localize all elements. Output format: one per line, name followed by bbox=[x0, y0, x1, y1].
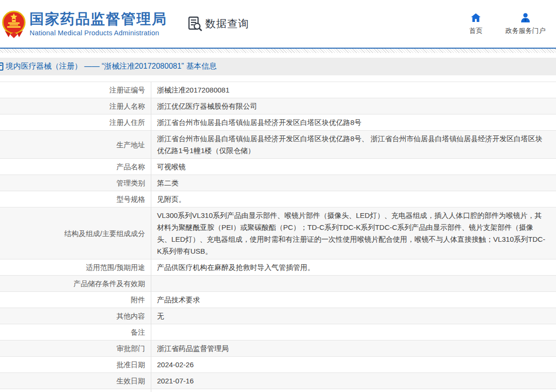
nav-item-service-portal[interactable]: 政务服务门户 bbox=[505, 13, 546, 35]
data-query-tab[interactable]: 数据查询 bbox=[188, 16, 249, 31]
row-label: 管理类别 bbox=[0, 175, 151, 191]
row-label: 型号规格 bbox=[0, 191, 151, 207]
table-row: 型号规格见附页。 bbox=[0, 191, 556, 207]
nav-home-label: 首页 bbox=[469, 27, 483, 35]
row-value: 浙江优亿医疗器械股份有限公司 bbox=[151, 98, 556, 114]
table-row: 批准日期2024-02-26 bbox=[0, 357, 556, 373]
row-value: 产品技术要求 bbox=[151, 292, 556, 308]
row-value: 浙江省台州市仙居县白塔镇仙居县经济开发区白塔区块优亿路8号 bbox=[151, 114, 556, 130]
clipboard-icon bbox=[0, 62, 3, 71]
row-value: 浙江省药品监督管理局 bbox=[151, 340, 556, 356]
row-label: 有效期至 bbox=[0, 389, 151, 392]
row-label: 备注 bbox=[0, 324, 151, 340]
site-subtitle: National Medical Products Administration bbox=[30, 29, 167, 37]
row-label: 产品名称 bbox=[0, 159, 151, 175]
row-label: 注册人住所 bbox=[0, 114, 151, 130]
document-search-icon bbox=[188, 16, 202, 31]
page-header: 国家药品监督管理局 National Medical Products Admi… bbox=[0, 0, 556, 48]
table-row: 管理类别第二类 bbox=[0, 175, 556, 191]
table-row: 注册证编号浙械注准20172080081 bbox=[0, 82, 556, 98]
site-title: 国家药品监督管理局 bbox=[30, 11, 167, 27]
table-row: 附件产品技术要求 bbox=[0, 292, 556, 308]
row-value: 浙械注准20172080081 bbox=[151, 82, 556, 98]
row-value: 无 bbox=[151, 308, 556, 324]
table-row: 备注 bbox=[0, 324, 556, 340]
row-value bbox=[151, 276, 556, 291]
row-label: 适用范围/预期用途 bbox=[0, 259, 151, 275]
table-row: 结构及组成/主要组成成分VL300系列VL310系列产品由显示部件、喉镜片部件（… bbox=[0, 207, 556, 259]
row-value: 可视喉镜 bbox=[151, 159, 556, 175]
row-value: VL300系列VL310系列产品由显示部件、喉镜片部件（摄像头、LED灯）、充电… bbox=[151, 207, 556, 259]
table-row: 产品储存条件及有效期 bbox=[0, 276, 556, 292]
breadcrumb: 境内医疗器械（注册） —— “浙械注准20172080081” 基本信息 bbox=[0, 58, 556, 75]
nav-portal-label: 政务服务门户 bbox=[505, 27, 546, 35]
breadcrumb-text: 境内医疗器械（注册） —— “浙械注准20172080081” 基本信息 bbox=[6, 62, 217, 72]
user-icon bbox=[520, 13, 531, 22]
row-label: 附件 bbox=[0, 292, 151, 308]
nmpa-logo[interactable]: 国家药品监督管理局 National Medical Products Admi… bbox=[2, 10, 167, 38]
national-emblem-icon bbox=[2, 10, 26, 38]
spacer bbox=[0, 53, 556, 58]
data-query-label: 数据查询 bbox=[205, 17, 249, 31]
row-label: 审批部门 bbox=[0, 340, 151, 356]
table-row: 有效期至2026-07-15 bbox=[0, 389, 556, 392]
row-label: 注册证编号 bbox=[0, 82, 151, 98]
row-value: 见附页。 bbox=[151, 191, 556, 207]
row-label: 其他内容 bbox=[0, 308, 151, 324]
table-row: 产品名称可视喉镜 bbox=[0, 159, 556, 175]
row-label: 产品储存条件及有效期 bbox=[0, 276, 151, 291]
top-nav: 首页 政务服务门户 bbox=[469, 13, 546, 35]
row-label: 生效日期 bbox=[0, 373, 151, 389]
home-icon bbox=[471, 13, 481, 22]
table-row: 注册人名称浙江优亿医疗器械股份有限公司 bbox=[0, 98, 556, 114]
row-label: 注册人名称 bbox=[0, 98, 151, 114]
row-value: 2021-07-16 bbox=[151, 373, 556, 389]
table-row: 审批部门浙江省药品监督管理局 bbox=[0, 340, 556, 357]
table-row: 注册人住所浙江省台州市仙居县白塔镇仙居县经济开发区白塔区块优亿路8号 bbox=[0, 114, 556, 131]
nav-item-home[interactable]: 首页 bbox=[469, 13, 483, 35]
table-row: 其他内容无 bbox=[0, 308, 556, 324]
table-row: 适用范围/预期用途产品供医疗机构在麻醉及抢救时导入气管插管用。 bbox=[0, 259, 556, 276]
table-row: 生效日期2021-07-16 bbox=[0, 373, 556, 389]
row-value: 浙江省台州市仙居县白塔镇仙居县经济开发区白塔区块优亿路8号、 浙江省台州市仙居县… bbox=[151, 131, 556, 158]
row-value: 第二类 bbox=[151, 175, 556, 191]
table-row: 生产地址浙江省台州市仙居县白塔镇仙居县经济开发区白塔区块优亿路8号、 浙江省台州… bbox=[0, 131, 556, 159]
row-value: 2026-07-15 bbox=[151, 389, 556, 392]
row-value bbox=[151, 324, 556, 340]
row-label: 生产地址 bbox=[0, 131, 151, 158]
spacer bbox=[0, 75, 556, 82]
row-value: 产品供医疗机构在麻醉及抢救时导入气管插管用。 bbox=[151, 259, 556, 275]
row-label: 结构及组成/主要组成成分 bbox=[0, 207, 151, 259]
row-value: 2024-02-26 bbox=[151, 357, 556, 372]
row-label: 批准日期 bbox=[0, 357, 151, 372]
hatch-stripe-band bbox=[0, 49, 556, 53]
info-table: 注册证编号浙械注准20172080081注册人名称浙江优亿医疗器械股份有限公司注… bbox=[0, 82, 556, 392]
